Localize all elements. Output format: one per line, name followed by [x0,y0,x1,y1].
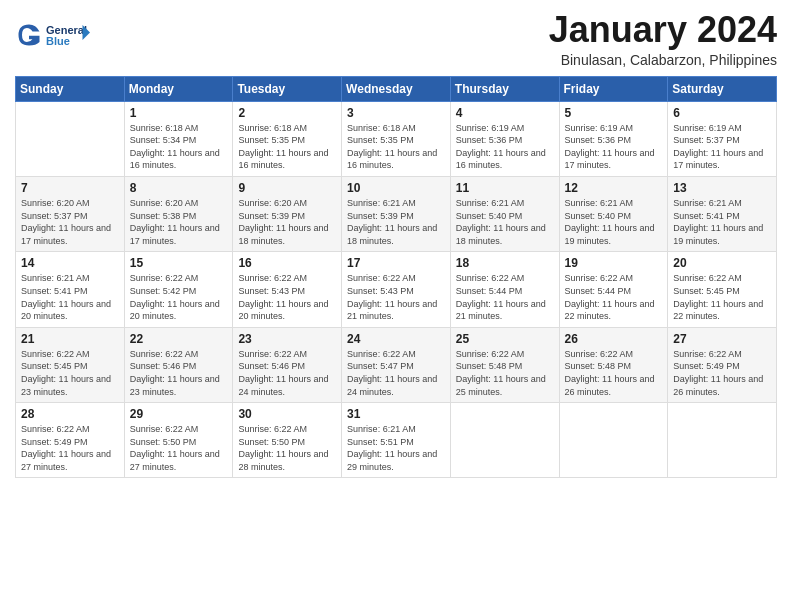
calendar-cell: 11Sunrise: 6:21 AMSunset: 5:40 PMDayligh… [450,176,559,251]
header: General Blue January 2024 Binulasan, Cal… [15,10,777,68]
calendar-cell: 3Sunrise: 6:18 AMSunset: 5:35 PMDaylight… [342,101,451,176]
day-number: 18 [456,256,554,270]
day-number: 9 [238,181,336,195]
weekday-header-saturday: Saturday [668,76,777,101]
day-number: 31 [347,407,445,421]
calendar-cell [16,101,125,176]
calendar-cell: 12Sunrise: 6:21 AMSunset: 5:40 PMDayligh… [559,176,668,251]
day-info: Sunrise: 6:18 AMSunset: 5:35 PMDaylight:… [238,122,336,172]
day-info: Sunrise: 6:18 AMSunset: 5:34 PMDaylight:… [130,122,228,172]
calendar-cell: 15Sunrise: 6:22 AMSunset: 5:42 PMDayligh… [124,252,233,327]
logo-text: General Blue [45,15,95,55]
day-number: 22 [130,332,228,346]
day-number: 30 [238,407,336,421]
day-number: 5 [565,106,663,120]
day-info: Sunrise: 6:20 AMSunset: 5:39 PMDaylight:… [238,197,336,247]
calendar-cell: 29Sunrise: 6:22 AMSunset: 5:50 PMDayligh… [124,403,233,478]
calendar-cell: 21Sunrise: 6:22 AMSunset: 5:45 PMDayligh… [16,327,125,402]
calendar-cell: 10Sunrise: 6:21 AMSunset: 5:39 PMDayligh… [342,176,451,251]
weekday-header-monday: Monday [124,76,233,101]
day-info: Sunrise: 6:20 AMSunset: 5:38 PMDaylight:… [130,197,228,247]
day-number: 16 [238,256,336,270]
calendar-cell: 27Sunrise: 6:22 AMSunset: 5:49 PMDayligh… [668,327,777,402]
calendar-header-row: SundayMondayTuesdayWednesdayThursdayFrid… [16,76,777,101]
calendar-cell: 17Sunrise: 6:22 AMSunset: 5:43 PMDayligh… [342,252,451,327]
day-info: Sunrise: 6:22 AMSunset: 5:45 PMDaylight:… [21,348,119,398]
day-number: 15 [130,256,228,270]
calendar-cell: 26Sunrise: 6:22 AMSunset: 5:48 PMDayligh… [559,327,668,402]
page: General Blue January 2024 Binulasan, Cal… [0,0,792,612]
calendar-cell: 2Sunrise: 6:18 AMSunset: 5:35 PMDaylight… [233,101,342,176]
day-info: Sunrise: 6:20 AMSunset: 5:37 PMDaylight:… [21,197,119,247]
calendar-week-row: 7Sunrise: 6:20 AMSunset: 5:37 PMDaylight… [16,176,777,251]
day-number: 4 [456,106,554,120]
day-info: Sunrise: 6:21 AMSunset: 5:40 PMDaylight:… [456,197,554,247]
day-number: 19 [565,256,663,270]
calendar-cell [668,403,777,478]
calendar-week-row: 21Sunrise: 6:22 AMSunset: 5:45 PMDayligh… [16,327,777,402]
calendar-cell: 7Sunrise: 6:20 AMSunset: 5:37 PMDaylight… [16,176,125,251]
weekday-header-thursday: Thursday [450,76,559,101]
day-number: 26 [565,332,663,346]
calendar-cell: 16Sunrise: 6:22 AMSunset: 5:43 PMDayligh… [233,252,342,327]
svg-text:Blue: Blue [46,35,70,47]
logo: General Blue [15,15,95,55]
calendar-cell: 8Sunrise: 6:20 AMSunset: 5:38 PMDaylight… [124,176,233,251]
day-info: Sunrise: 6:19 AMSunset: 5:37 PMDaylight:… [673,122,771,172]
day-number: 14 [21,256,119,270]
day-number: 2 [238,106,336,120]
calendar-cell: 14Sunrise: 6:21 AMSunset: 5:41 PMDayligh… [16,252,125,327]
day-info: Sunrise: 6:22 AMSunset: 5:42 PMDaylight:… [130,272,228,322]
generalblue-logo-svg: General Blue [45,15,95,55]
calendar-cell: 13Sunrise: 6:21 AMSunset: 5:41 PMDayligh… [668,176,777,251]
day-info: Sunrise: 6:22 AMSunset: 5:50 PMDaylight:… [238,423,336,473]
day-number: 27 [673,332,771,346]
calendar-cell: 4Sunrise: 6:19 AMSunset: 5:36 PMDaylight… [450,101,559,176]
day-info: Sunrise: 6:22 AMSunset: 5:43 PMDaylight:… [238,272,336,322]
calendar-week-row: 14Sunrise: 6:21 AMSunset: 5:41 PMDayligh… [16,252,777,327]
day-info: Sunrise: 6:21 AMSunset: 5:40 PMDaylight:… [565,197,663,247]
weekday-header-sunday: Sunday [16,76,125,101]
day-info: Sunrise: 6:21 AMSunset: 5:41 PMDaylight:… [673,197,771,247]
calendar-cell: 9Sunrise: 6:20 AMSunset: 5:39 PMDaylight… [233,176,342,251]
calendar-cell: 28Sunrise: 6:22 AMSunset: 5:49 PMDayligh… [16,403,125,478]
day-number: 28 [21,407,119,421]
day-info: Sunrise: 6:19 AMSunset: 5:36 PMDaylight:… [456,122,554,172]
calendar-cell: 19Sunrise: 6:22 AMSunset: 5:44 PMDayligh… [559,252,668,327]
day-number: 20 [673,256,771,270]
day-info: Sunrise: 6:22 AMSunset: 5:50 PMDaylight:… [130,423,228,473]
day-info: Sunrise: 6:22 AMSunset: 5:48 PMDaylight:… [565,348,663,398]
day-info: Sunrise: 6:22 AMSunset: 5:46 PMDaylight:… [130,348,228,398]
day-info: Sunrise: 6:22 AMSunset: 5:44 PMDaylight:… [565,272,663,322]
day-info: Sunrise: 6:19 AMSunset: 5:36 PMDaylight:… [565,122,663,172]
title-section: January 2024 Binulasan, Calabarzon, Phil… [549,10,777,68]
day-number: 12 [565,181,663,195]
day-number: 7 [21,181,119,195]
day-number: 29 [130,407,228,421]
day-number: 3 [347,106,445,120]
calendar-cell [559,403,668,478]
calendar-cell: 5Sunrise: 6:19 AMSunset: 5:36 PMDaylight… [559,101,668,176]
weekday-header-wednesday: Wednesday [342,76,451,101]
day-number: 24 [347,332,445,346]
day-info: Sunrise: 6:22 AMSunset: 5:49 PMDaylight:… [673,348,771,398]
calendar-cell: 18Sunrise: 6:22 AMSunset: 5:44 PMDayligh… [450,252,559,327]
day-number: 10 [347,181,445,195]
logo-icon [15,21,43,49]
day-info: Sunrise: 6:22 AMSunset: 5:49 PMDaylight:… [21,423,119,473]
svg-text:General: General [46,24,87,36]
day-number: 17 [347,256,445,270]
day-number: 13 [673,181,771,195]
day-info: Sunrise: 6:22 AMSunset: 5:45 PMDaylight:… [673,272,771,322]
calendar-cell: 31Sunrise: 6:21 AMSunset: 5:51 PMDayligh… [342,403,451,478]
calendar-cell: 23Sunrise: 6:22 AMSunset: 5:46 PMDayligh… [233,327,342,402]
calendar-title: January 2024 [549,10,777,50]
day-number: 1 [130,106,228,120]
day-info: Sunrise: 6:22 AMSunset: 5:46 PMDaylight:… [238,348,336,398]
calendar-cell: 24Sunrise: 6:22 AMSunset: 5:47 PMDayligh… [342,327,451,402]
calendar-cell: 20Sunrise: 6:22 AMSunset: 5:45 PMDayligh… [668,252,777,327]
calendar-week-row: 1Sunrise: 6:18 AMSunset: 5:34 PMDaylight… [16,101,777,176]
day-info: Sunrise: 6:22 AMSunset: 5:44 PMDaylight:… [456,272,554,322]
day-number: 6 [673,106,771,120]
day-number: 23 [238,332,336,346]
